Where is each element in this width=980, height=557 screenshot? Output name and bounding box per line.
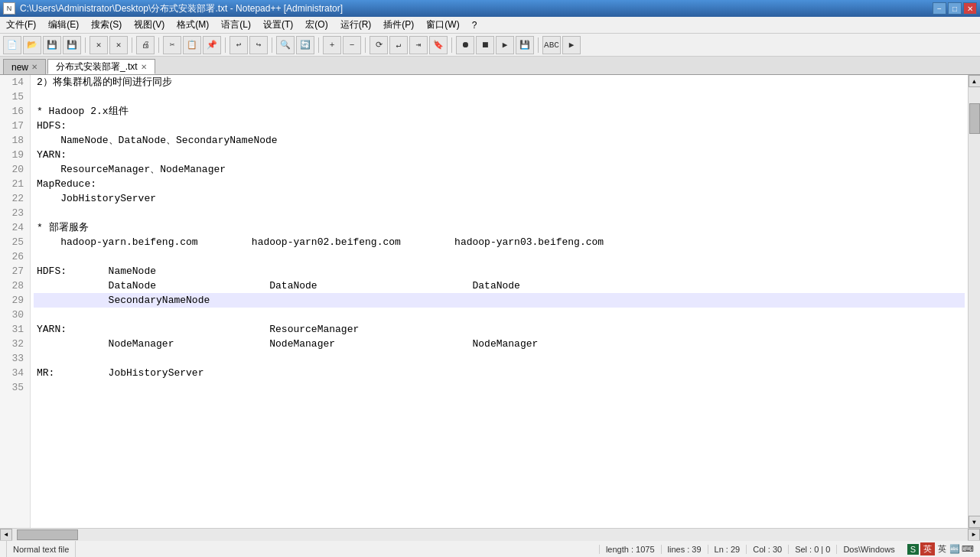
title-bar: N C:\Users\Administrator\Desktop\分布式安装部署… [0,0,980,17]
tb-macro-rec[interactable]: ⏺ [456,36,474,54]
code-line-28[interactable]: DataNode DataNode DataNode [34,278,965,293]
code-line-26[interactable] [34,249,965,264]
minimize-button[interactable]: − [933,2,946,15]
line-number-22: 22 [6,191,24,206]
tb-new[interactable]: 📄 [3,36,21,54]
code-line-27[interactable]: HDFS: NameNode [34,264,965,278]
line-number-34: 34 [6,366,24,380]
status-bar: Normal text file length : 1075 lines : 3… [0,540,980,557]
tb-paste[interactable]: 📌 [203,36,221,54]
menu-edit[interactable]: 编辑(E) [42,17,85,33]
toolbar-sep-3 [158,37,159,53]
line-number-18: 18 [6,133,24,148]
code-line-22[interactable]: JobHistoryServer [34,191,965,206]
close-button[interactable]: ✕ [963,2,977,15]
scroll-down-button[interactable]: ▼ [969,516,981,528]
menu-bar: 文件(F) 编辑(E) 搜索(S) 视图(V) 格式(M) 语言(L) 设置(T… [0,17,980,34]
line-number-20: 20 [6,162,24,177]
tb-run[interactable]: ▶ [562,36,581,54]
status-lines: lines : 39 [661,545,708,554]
line-number-24: 24 [6,220,24,235]
tb-abc[interactable]: ABC [542,36,561,54]
tb-open[interactable]: 📂 [23,36,41,54]
code-line-25[interactable]: hadoop-yarn.beifeng.com hadoop-yarn02.be… [34,235,965,249]
tb-indent[interactable]: ⇥ [409,36,428,54]
menu-format[interactable]: 格式(M) [171,17,215,33]
tb-macro-stop[interactable]: ⏹ [476,36,494,54]
tb-closeall[interactable]: ✕ [109,36,128,54]
code-line-24[interactable]: * 部署服务 [34,220,965,235]
code-line-14[interactable]: 2）将集群机器的时间进行同步 [34,75,965,90]
toolbar: 📄 📂 💾 💾 ✕ ✕ 🖨 ✂ 📋 📌 ↩ ↪ 🔍 🔄 + − ⟳ ↵ ⇥ 🔖 … [0,34,980,57]
code-line-33[interactable] [34,351,965,366]
tab-new[interactable]: new ✕ [3,59,46,74]
menu-settings[interactable]: 设置(T) [257,17,299,33]
code-line-23[interactable] [34,206,965,220]
tb-find[interactable]: 🔍 [276,36,295,54]
code-line-15[interactable] [34,90,965,104]
scroll-track-h[interactable] [12,529,968,541]
tb-replace[interactable]: 🔄 [296,36,314,54]
tb-print[interactable]: 🖨 [136,36,155,54]
scrollbar-vertical[interactable]: ▲ ▼ [968,75,980,528]
line-number-28: 28 [6,278,24,293]
tb-macro-save[interactable]: 💾 [516,36,534,54]
tb-zoom-in[interactable]: + [323,36,341,54]
code-line-31[interactable]: YARN: ResourceManager [34,322,965,337]
toolbar-sep-6 [318,37,319,53]
tb-sync[interactable]: ⟳ [370,36,388,54]
scroll-track-v[interactable] [969,87,981,516]
code-line-21[interactable]: MapReduce: [34,177,965,191]
maximize-button[interactable]: □ [948,2,962,15]
menu-file[interactable]: 文件(F) [0,17,42,33]
scroll-right-button[interactable]: ► [968,529,980,541]
tb-close[interactable]: ✕ [90,36,108,54]
tb-undo[interactable]: ↩ [230,36,248,54]
menu-search[interactable]: 搜索(S) [85,17,128,33]
code-line-30[interactable] [34,308,965,322]
tab-file[interactable]: 分布式安装部署_.txt ✕ [47,59,155,74]
code-line-34[interactable]: MR: JobHistoryServer [34,366,965,380]
toolbar-sep-2 [132,37,132,53]
title-bar-controls[interactable]: − □ ✕ [933,2,977,15]
editor-content[interactable]: 2）将集群机器的时间进行同步 * Hadoop 2.x组件HDFS: NameN… [31,75,968,528]
code-line-29[interactable]: SecondaryNameNode [34,293,965,308]
code-line-18[interactable]: NameNode、DataNode、SecondaryNameNode [34,133,965,148]
status-encoding: Dos\Windows [836,545,900,554]
tb-copy[interactable]: 📋 [183,36,201,54]
code-line-35[interactable] [34,380,965,395]
tab-new-close[interactable]: ✕ [31,63,37,71]
scroll-left-button[interactable]: ◄ [0,529,12,541]
tb-cut[interactable]: ✂ [163,36,181,54]
line-number-19: 19 [6,148,24,162]
menu-help[interactable]: ? [466,17,483,33]
menu-run[interactable]: 运行(R) [334,17,378,33]
code-line-20[interactable]: ResourceManager、NodeManager [34,162,965,177]
menu-macro[interactable]: 宏(O) [299,17,334,33]
menu-language[interactable]: 语言(L) [215,17,257,33]
tb-wrap[interactable]: ↵ [389,36,408,54]
tb-saveall[interactable]: 💾 [63,36,81,54]
code-line-16[interactable]: * Hadoop 2.x组件 [34,104,965,119]
code-line-32[interactable]: NodeManager NodeManager NodeManager [34,337,965,351]
tb-bookmark[interactable]: 🔖 [429,36,448,54]
code-line-17[interactable]: HDFS: [34,119,965,133]
app-icon: N [3,2,15,15]
tb-save[interactable]: 💾 [43,36,61,54]
scrollbar-horizontal[interactable]: ◄ ► [0,528,980,540]
ime-icon1: 🔤 [949,544,960,554]
scroll-thumb-h[interactable] [17,529,78,540]
tb-macro-play[interactable]: ▶ [496,36,514,54]
tb-zoom-out[interactable]: − [343,36,361,54]
tb-redo[interactable]: ↪ [249,36,268,54]
menu-view[interactable]: 视图(V) [128,17,171,33]
code-area[interactable]: 2）将集群机器的时间进行同步 * Hadoop 2.x组件HDFS: NameN… [31,75,968,395]
menu-window[interactable]: 窗口(W) [420,17,465,33]
menu-plugins[interactable]: 插件(P) [377,17,420,33]
code-line-19[interactable]: YARN: [34,148,965,162]
tab-file-close[interactable]: ✕ [141,63,147,71]
line-number-35: 35 [6,380,24,395]
scroll-thumb-v[interactable] [969,103,980,134]
scroll-up-button[interactable]: ▲ [969,75,981,87]
line-number-33: 33 [6,351,24,366]
